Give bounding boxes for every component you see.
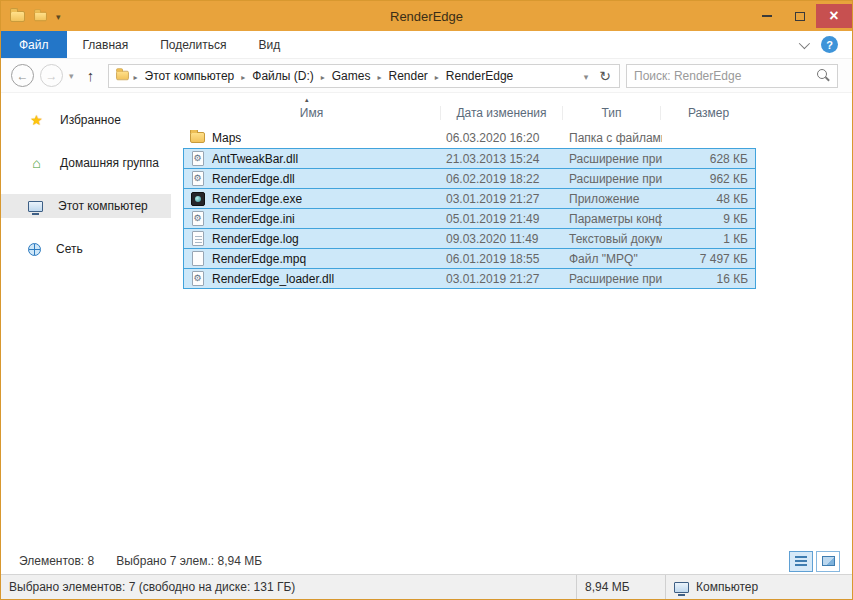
file-name: RenderEdge.dll — [212, 172, 295, 186]
thumbnails-view-button[interactable] — [816, 551, 840, 572]
breadcrumb-separator-icon — [239, 69, 247, 83]
maximize-button[interactable] — [783, 5, 816, 27]
tab-home[interactable]: Главная — [67, 31, 145, 58]
file-icon — [192, 251, 204, 266]
close-button[interactable] — [816, 4, 852, 28]
breadcrumb-item[interactable]: Games — [327, 66, 376, 86]
address-dropdown-icon[interactable] — [579, 69, 594, 83]
help-icon[interactable] — [821, 36, 838, 53]
file-name-cell: RenderEdge.exe — [184, 191, 442, 207]
file-type: Папка с файлами — [564, 131, 662, 145]
file-date: 06.01.2019 18:55 — [442, 252, 564, 266]
file-size: 7 497 КБ — [662, 252, 755, 266]
file-name: RenderEdge.exe — [212, 192, 302, 206]
file-date: 21.03.2013 15:24 — [442, 152, 564, 166]
table-row[interactable]: RenderEdge.ini05.01.2019 21:49Параметры … — [183, 208, 756, 229]
sidebar-item-label: Избранное — [60, 113, 121, 127]
file-name-cell: Maps — [184, 130, 442, 146]
address-folder-icon — [116, 71, 129, 80]
sidebar-item-label: Домашняя группа — [60, 156, 159, 170]
file-type: Приложение — [564, 192, 662, 206]
file-name-cell: RenderEdge.ini — [184, 211, 442, 227]
file-type: Расширение при... — [564, 152, 662, 166]
column-header-size[interactable]: Размер — [661, 106, 756, 120]
dll-icon — [189, 151, 206, 167]
file-name-cell: RenderEdge.mpq — [184, 251, 442, 267]
table-row[interactable]: RenderEdge.exe03.01.2019 21:27Приложение… — [183, 188, 756, 209]
items-count: Элементов: 8 — [19, 554, 94, 568]
breadcrumb-separator-icon — [375, 69, 383, 83]
network-icon — [28, 243, 41, 256]
table-row[interactable]: AntTweakBar.dll21.03.2013 15:24Расширени… — [183, 148, 756, 169]
column-header-type[interactable]: Тип — [563, 106, 661, 120]
sidebar-item-label: Этот компьютер — [58, 199, 148, 213]
navigation-bar: Этот компьютерФайлы (D:)GamesRenderRende… — [1, 59, 852, 93]
dll-icon — [189, 171, 206, 187]
details-view-icon — [795, 556, 807, 566]
forward-button[interactable] — [40, 64, 63, 87]
table-row[interactable]: Maps06.03.2020 16:20Папка с файлами — [183, 127, 756, 148]
breadcrumb-item[interactable]: Render — [383, 66, 432, 86]
breadcrumb-separator-icon — [433, 69, 441, 83]
sidebar-item-this-pc[interactable]: Этот компьютер — [1, 194, 171, 218]
minimize-button[interactable] — [750, 5, 783, 27]
column-headers: ▴ Имя Дата изменения Тип Размер — [183, 98, 756, 124]
window-controls — [750, 1, 852, 31]
file-size: 9 КБ — [662, 212, 755, 226]
tab-view[interactable]: Вид — [242, 31, 296, 58]
file-name: Maps — [212, 131, 241, 145]
sidebar-item-homegroup[interactable]: Домашняя группа — [1, 151, 171, 175]
window-title: RenderEdge — [1, 9, 852, 24]
sidebar-item-network[interactable]: Сеть — [1, 237, 171, 261]
search-input[interactable] — [627, 69, 816, 83]
file-type: Расширение при... — [564, 172, 662, 186]
ini-icon — [192, 211, 204, 226]
file-type: Расширение при... — [564, 272, 662, 286]
table-row[interactable]: RenderEdge.dll06.02.2019 18:22Расширение… — [183, 168, 756, 189]
ini-icon — [189, 211, 206, 227]
column-header-name[interactable]: Имя — [183, 106, 441, 120]
breadcrumb-separator-icon — [319, 69, 327, 83]
thumbnails-view-icon — [822, 556, 835, 566]
status-selection-info: Выбрано элементов: 7 (свободно на диске:… — [1, 575, 577, 599]
file-name: RenderEdge.ini — [212, 212, 295, 226]
folder-shortcut-icon[interactable] — [34, 11, 47, 20]
table-row[interactable]: RenderEdge.log09.03.2020 11:49Текстовый … — [183, 228, 756, 249]
search-box[interactable] — [626, 64, 838, 88]
address-bar[interactable]: Этот компьютерФайлы (D:)GamesRenderRende… — [108, 64, 620, 88]
qat-chevron-down-icon[interactable] — [56, 9, 61, 23]
details-view-button[interactable] — [789, 551, 813, 572]
back-button[interactable] — [11, 64, 34, 87]
file-type: Текстовый докум... — [564, 232, 662, 246]
breadcrumb: Этот компьютерФайлы (D:)GamesRenderRende… — [132, 66, 519, 86]
file-name-cell: RenderEdge_loader.dll — [184, 271, 442, 287]
file-date: 06.02.2019 18:22 — [442, 172, 564, 186]
tab-file[interactable]: Файл — [1, 31, 67, 58]
breadcrumb-item[interactable]: Файлы (D:) — [247, 66, 318, 86]
ribbon-tab-bar: Файл Главная Поделиться Вид — [1, 31, 852, 59]
breadcrumb-item[interactable]: RenderEdge — [441, 66, 518, 86]
log-icon — [192, 231, 204, 246]
file-date: 06.03.2020 16:20 — [442, 131, 564, 145]
expand-ribbon-chevron-icon[interactable] — [799, 37, 810, 48]
column-header-date[interactable]: Дата изменения — [441, 106, 563, 120]
file-name-cell: AntTweakBar.dll — [184, 151, 442, 167]
sidebar-item-label: Сеть — [56, 242, 83, 256]
file-size: 628 КБ — [662, 152, 755, 166]
file-date: 03.01.2019 21:27 — [442, 272, 564, 286]
table-row[interactable]: RenderEdge.mpq06.01.2019 18:55Файл "MPQ"… — [183, 248, 756, 269]
folder-icon — [189, 130, 206, 146]
tab-share[interactable]: Поделиться — [144, 31, 242, 58]
log-icon — [189, 231, 206, 247]
dll-icon — [192, 271, 204, 286]
search-icon[interactable] — [816, 68, 831, 83]
up-button[interactable] — [80, 67, 102, 84]
breadcrumb-item[interactable]: Этот компьютер — [140, 66, 240, 86]
history-chevron-icon[interactable] — [69, 71, 74, 81]
sidebar-item-favorites[interactable]: Избранное — [1, 108, 171, 132]
table-row[interactable]: RenderEdge_loader.dll03.01.2019 21:27Рас… — [183, 268, 756, 289]
refresh-icon[interactable] — [593, 68, 617, 84]
computer-icon — [28, 201, 43, 212]
file-type: Файл "MPQ" — [564, 252, 662, 266]
explorer-app-icon — [10, 11, 25, 22]
